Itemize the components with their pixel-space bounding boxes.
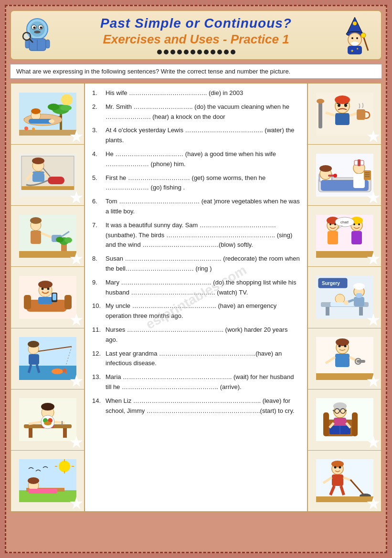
ex-text-5: First he ………………………… (get) some worms, th… <box>106 173 300 193</box>
dot-12 <box>231 50 235 54</box>
svg-rect-78 <box>19 366 76 380</box>
instruction-text: What are we expressing in the following … <box>16 68 290 75</box>
svg-rect-42 <box>21 156 74 190</box>
svg-point-178 <box>344 345 346 347</box>
ex-text-4: He …………………………… (have) a good time when h… <box>106 149 300 169</box>
svg-rect-83 <box>29 354 39 365</box>
svg-point-37 <box>49 119 54 123</box>
svg-point-134 <box>333 174 337 178</box>
dot-9 <box>211 50 215 54</box>
svg-line-194 <box>333 411 334 411</box>
svg-point-190 <box>333 402 347 410</box>
ex-number-1: 1. <box>92 88 106 98</box>
svg-rect-121 <box>335 113 350 125</box>
header-title: Past Simple or Continuous? <box>56 16 336 31</box>
ex-text-7: It was a beautiful sunny day. Sam ………………… <box>106 221 300 250</box>
svg-rect-187 <box>323 412 329 436</box>
exercise-2: 2. Mr. Smith ……………………….. (do) the vacuum… <box>92 102 300 122</box>
header-left-icon <box>18 16 56 54</box>
dot-8 <box>204 50 209 54</box>
svg-point-120 <box>344 104 347 107</box>
svg-rect-124 <box>357 109 365 120</box>
svg-rect-184 <box>316 373 373 380</box>
right-images-column: chat! Surgery <box>307 84 381 511</box>
ex-number-6: 6. <box>92 197 106 217</box>
right-image-5 <box>308 328 381 390</box>
right-image-4: Surgery <box>308 267 381 328</box>
left-image-6 <box>11 390 84 451</box>
left-image-5 <box>11 328 84 390</box>
svg-rect-159 <box>316 251 373 258</box>
svg-line-97 <box>54 422 64 423</box>
exercise-12: 12. Last year grandma ………………………………………..(… <box>92 349 300 369</box>
right-image-7 <box>308 451 381 511</box>
svg-point-132 <box>319 165 332 172</box>
svg-point-20 <box>351 42 359 45</box>
svg-point-39 <box>24 126 28 130</box>
exercise-6: 6. Tom ………………………………… (eat )more vegetabl… <box>92 197 300 217</box>
svg-point-13 <box>24 34 29 39</box>
ex-number-8: 8. <box>92 254 106 274</box>
svg-rect-68 <box>24 295 31 309</box>
ex-text-3: At 4 o'clock yesterday Lewis ……………………………… <box>106 126 300 146</box>
right-image-2 <box>308 145 381 206</box>
ex-number-2: 2. <box>92 102 106 122</box>
right-image-6 <box>308 390 381 451</box>
svg-point-16 <box>353 21 357 25</box>
exercise-8: 8. Susan ……………………………………….. (redecorate) … <box>92 254 300 274</box>
svg-rect-179 <box>335 354 350 367</box>
svg-rect-113 <box>29 489 57 494</box>
svg-point-25 <box>361 33 366 38</box>
svg-point-44 <box>32 158 44 164</box>
svg-rect-9 <box>25 40 29 48</box>
ex-number-13: 13. <box>92 372 106 392</box>
left-image-3 <box>11 206 84 267</box>
dot-1 <box>157 50 162 54</box>
svg-point-6 <box>34 31 41 33</box>
header-box: Past Simple or Continuous? Exercises and… <box>10 10 382 60</box>
exercise-11: 11. Nurses ……………………………………….. (work) hard… <box>92 325 300 345</box>
ex-number-7: 7. <box>92 221 106 250</box>
svg-rect-10 <box>46 40 50 48</box>
ex-text-11: Nurses ……………………………………….. (work) harder 2… <box>106 325 300 345</box>
exercise-7: 7. It was a beautiful sunny day. Sam ………… <box>92 221 300 250</box>
dot-5 <box>184 50 189 54</box>
exercise-1: 1. His wife ……………………………….. (die) in 2003 <box>92 88 300 98</box>
svg-point-36 <box>31 108 41 114</box>
right-image-3: chat! <box>308 206 381 267</box>
main-content: eslprintables.com <box>10 83 382 512</box>
header-dots <box>56 50 336 54</box>
svg-point-27 <box>61 94 73 105</box>
dot-4 <box>177 50 182 54</box>
left-image-2 <box>11 145 84 206</box>
svg-point-4 <box>33 27 35 29</box>
svg-point-112 <box>28 477 39 484</box>
exercises-area: 1. His wife ……………………………….. (die) in 2003… <box>85 84 307 511</box>
svg-point-154 <box>358 223 360 225</box>
ex-text-8: Susan ……………………………………….. (redecorate) the… <box>106 254 300 274</box>
ex-number-10: 10. <box>92 301 106 321</box>
ex-number-14: 14. <box>92 396 106 416</box>
ex-text-1: His wife ……………………………….. (die) in 2003 <box>106 88 300 98</box>
svg-point-30 <box>48 104 59 110</box>
ex-text-14: When Liz …………………………………………………….. (leave) … <box>106 396 300 416</box>
svg-rect-54 <box>31 231 41 244</box>
dot-11 <box>224 50 229 54</box>
svg-rect-69 <box>64 295 72 309</box>
svg-point-119 <box>338 104 340 107</box>
ex-number-11: 11. <box>92 325 106 345</box>
svg-point-18 <box>351 37 353 39</box>
instruction-box: What are we expressing in the following … <box>10 64 382 79</box>
dot-3 <box>170 50 175 54</box>
svg-point-104 <box>59 461 70 472</box>
svg-point-177 <box>338 345 340 347</box>
exercise-13: 13. Maria …………………………………………….. (wait) for… <box>92 372 300 392</box>
svg-rect-76 <box>53 294 56 300</box>
right-image-1 <box>308 84 381 145</box>
dot-7 <box>197 50 202 54</box>
svg-point-5 <box>40 27 42 29</box>
left-image-4 <box>11 267 84 328</box>
svg-rect-188 <box>352 412 358 436</box>
svg-point-1 <box>30 21 45 37</box>
svg-point-169 <box>353 283 365 290</box>
